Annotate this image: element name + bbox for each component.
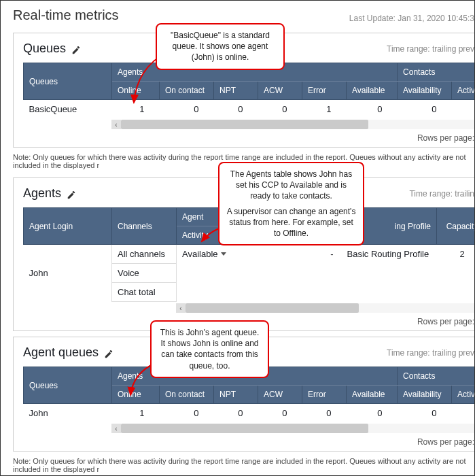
cell-activity[interactable]: Available	[177, 245, 241, 264]
cell-capacity: 2	[437, 245, 474, 264]
col-acw[interactable]: ACW	[258, 82, 302, 100]
col-available[interactable]: Available	[347, 82, 398, 100]
col-acw[interactable]: ACW	[258, 386, 302, 404]
col-channels[interactable]: Channels	[112, 208, 177, 245]
agent-login: John	[24, 245, 112, 302]
horizontal-scrollbar[interactable]: ‹	[176, 303, 474, 313]
cell-availability: 0	[398, 100, 452, 119]
cell-acw: 0	[258, 404, 302, 423]
agent-queue-name: John	[24, 404, 112, 423]
cell-npt: 0	[214, 100, 258, 119]
edit-icon[interactable]	[67, 189, 76, 199]
horizontal-scrollbar[interactable]: ‹	[111, 424, 474, 433]
scroll-left-icon[interactable]: ‹	[176, 303, 186, 313]
table-row[interactable]: John 1 0 0 0 0 0 0	[24, 404, 475, 423]
cell-npt: 0	[214, 404, 258, 423]
agent-queues-note: Note: Only queues for which there was ac…	[13, 457, 474, 473]
last-update: Last Update: Jan 31, 2020 10:45:3	[349, 14, 474, 23]
col-agent-login[interactable]: Agent Login	[24, 208, 112, 245]
cell-availability: 0	[398, 404, 452, 423]
cell-error: 0	[302, 404, 347, 423]
cell-online: 1	[112, 404, 160, 423]
callout-agents-text1: The Agents table shows John has set his …	[226, 169, 356, 202]
callout-agent-queue: This is John's agent queue. It shows Joh…	[150, 320, 269, 378]
edit-icon[interactable]	[71, 44, 81, 54]
channel-chat[interactable]: Chat total	[112, 283, 177, 302]
chevron-down-icon[interactable]	[221, 252, 226, 256]
callout-basicqueue: "BasicQueue" is a standard queue. It sho…	[156, 23, 285, 70]
agents-time-range: Time range: trailin	[409, 189, 474, 199]
col-capacity[interactable]: Capacity	[437, 208, 474, 245]
col-group-contacts: Contacts	[398, 63, 474, 82]
col-error[interactable]: Error	[302, 82, 347, 100]
cell-routing: Basic Routing Profile	[342, 245, 437, 264]
col-group-contacts: Contacts	[398, 367, 474, 386]
table-row[interactable]: John All channels Available - Basic Rout…	[24, 245, 475, 264]
cell-dash: -	[241, 245, 342, 264]
col-on-contact[interactable]: On contact	[160, 82, 214, 100]
col-queues[interactable]: Queues	[24, 367, 112, 404]
col-online[interactable]: Online	[112, 386, 160, 404]
rows-per-page[interactable]: Rows per page:	[23, 437, 474, 447]
page-title: Real-time metrics	[13, 7, 119, 23]
scroll-left-icon[interactable]: ‹	[111, 424, 121, 433]
col-npt[interactable]: NPT	[214, 82, 258, 100]
queues-time-range: Time range: trailing prev	[387, 44, 474, 54]
col-availability[interactable]: Availability	[398, 82, 452, 100]
queues-panel-title: Queues	[23, 41, 66, 56]
cell-available: 0	[347, 100, 398, 119]
cell-online: 1	[112, 100, 160, 119]
queues-table: Queues Agents Contacts Online On contact…	[23, 63, 474, 118]
scroll-left-icon[interactable]: ‹	[111, 120, 121, 129]
col-availability[interactable]: Availability	[398, 386, 452, 404]
cell-error: 1	[302, 100, 347, 119]
agents-panel-title: Agents	[23, 186, 61, 201]
agent-queues-time-range: Time range: trailing prev	[387, 348, 474, 358]
callout-agents: The Agents table shows John has set his …	[218, 162, 364, 245]
cell-acw: 0	[258, 100, 302, 119]
callout-agents-text2: A supervisor can change an agent's statu…	[226, 206, 356, 239]
col-queues[interactable]: Queues	[24, 63, 112, 100]
cell-on-contact: 0	[160, 100, 214, 119]
cell-on-contact: 0	[160, 404, 214, 423]
col-active[interactable]: Active	[452, 82, 474, 100]
agent-queues-panel-title: Agent queues	[23, 345, 99, 360]
cell-available: 0	[347, 404, 398, 423]
col-error[interactable]: Error	[302, 386, 347, 404]
channel-all[interactable]: All channels	[112, 245, 177, 264]
col-on-contact[interactable]: On contact	[160, 386, 214, 404]
channel-voice[interactable]: Voice	[112, 264, 177, 283]
table-row[interactable]: BasicQueue 1 0 0 0 1 0 0	[24, 100, 475, 119]
activity-value: Available	[182, 249, 218, 259]
col-npt[interactable]: NPT	[214, 386, 258, 404]
queue-name: BasicQueue	[24, 100, 112, 119]
col-online[interactable]: Online	[112, 82, 160, 100]
col-active[interactable]: Active	[452, 386, 474, 404]
edit-icon[interactable]	[104, 348, 113, 358]
col-available[interactable]: Available	[347, 386, 398, 404]
horizontal-scrollbar[interactable]: ‹	[111, 120, 474, 129]
rows-per-page[interactable]: Rows per page:	[23, 133, 474, 143]
